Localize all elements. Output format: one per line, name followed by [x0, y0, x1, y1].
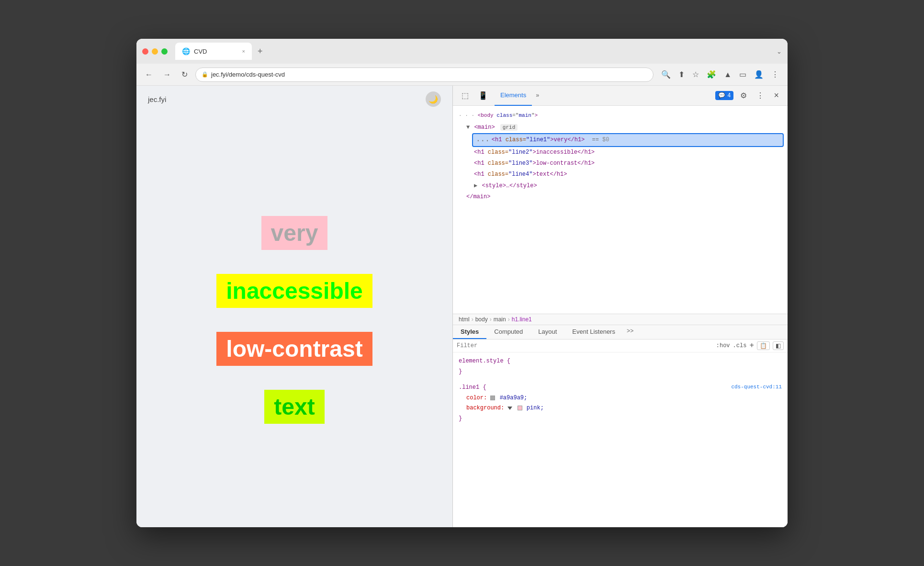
url-text: jec.fyi/demo/cds-quest-cvd: [211, 71, 285, 78]
share-icon[interactable]: ⬆: [676, 68, 687, 81]
breadcrumb-h1-line1[interactable]: h1.line1: [512, 316, 532, 323]
breadcrumb-bar: html › body › main › h1.line1: [453, 314, 788, 325]
title-bar: 🌐 CVD × + ⌄: [136, 39, 788, 64]
device-toolbar-button[interactable]: 📱: [475, 89, 491, 102]
dark-mode-button[interactable]: 🌙: [426, 91, 441, 107]
styles-panel: Styles Computed Layout Event Listeners >…: [453, 325, 788, 527]
line1-selector: .line1 { cds-quest-cvd:11: [459, 383, 782, 393]
new-tab-button[interactable]: +: [254, 46, 267, 57]
device-icon: 📱: [478, 91, 488, 100]
breadcrumb-html[interactable]: html: [459, 316, 470, 323]
page-header: jec.fyi 🌙: [136, 86, 452, 113]
element-style-selector: element.style {: [459, 356, 782, 367]
element-h1-line3[interactable]: <h1 class="line3">low-contrast</h1>: [472, 158, 784, 169]
extension-icon[interactable]: 🧩: [704, 68, 719, 81]
low-contrast-label: low-contrast: [216, 332, 372, 366]
background-swatch[interactable]: [518, 406, 522, 410]
devtools-tab-bar: Elements »: [495, 86, 711, 106]
text-label: text: [264, 390, 324, 424]
devtools-settings-button[interactable]: ⚙: [737, 89, 750, 102]
css-source-link[interactable]: cds-quest-cvd:11: [731, 383, 782, 392]
address-bar[interactable]: 🔒 jec.fyi/demo/cds-quest-cvd: [195, 68, 654, 82]
demo-text-text: text: [264, 390, 324, 424]
tab-favicon-icon: 🌐: [182, 47, 190, 55]
filter-toggle-button[interactable]: ◧: [773, 341, 784, 350]
element-style[interactable]: ▶ <style>…</style>: [472, 181, 784, 192]
element-h1-line2[interactable]: <h1 class="line2">inaccessible</h1>: [472, 147, 784, 158]
elements-panel: · · · <body class="main"> ▼ <main> grid …: [453, 106, 788, 314]
elements-tree: · · · <body class="main"> ▼ <main> grid …: [453, 109, 788, 204]
profile-icon[interactable]: 👤: [751, 68, 766, 81]
filter-add-button[interactable]: +: [749, 341, 754, 350]
filter-bar: :hov .cls + 📋 ◧: [453, 340, 788, 352]
breadcrumb-body[interactable]: body: [475, 316, 488, 323]
inspect-element-button[interactable]: ⬚: [459, 89, 472, 102]
tab-title: CVD: [194, 48, 238, 55]
cursor-icon: ⬚: [462, 91, 469, 100]
minimize-button[interactable]: [152, 48, 158, 55]
content-area: jec.fyi 🌙 very inaccessible low-contrast…: [136, 86, 788, 527]
browser-window: 🌐 CVD × + ⌄ ← → ↻ 🔒 jec.fyi/demo/cds-que…: [136, 39, 788, 527]
color-swatch[interactable]: [490, 396, 495, 400]
reload-button[interactable]: ↻: [179, 68, 191, 81]
demo-low-contrast-text: low-contrast: [216, 332, 372, 366]
element-main-line[interactable]: ▼ <main> grid: [464, 122, 784, 133]
styles-filter-input[interactable]: [457, 342, 712, 349]
close-button[interactable]: [142, 48, 148, 55]
styles-tabs: Styles Computed Layout Event Listeners >…: [453, 325, 788, 340]
devtools-panel: ⬚ 📱 Elements » 💬 4 ⚙ ⋮: [452, 86, 788, 527]
nav-actions: 🔍 ⬆ ☆ 🧩 ▲ ▭ 👤 ⋮: [658, 68, 782, 81]
tab-computed[interactable]: Computed: [486, 325, 530, 339]
moon-icon: 🌙: [428, 95, 438, 104]
element-h1-line1[interactable]: ··· <h1 class="line1">very</h1> == $0: [472, 133, 784, 147]
more-devtools-tabs[interactable]: »: [532, 92, 543, 99]
tab-bar: 🌐 CVD × + ⌄: [175, 43, 782, 60]
filter-hov-label[interactable]: :hov: [716, 342, 730, 349]
traffic-lights: [142, 48, 168, 55]
notification-badge[interactable]: 💬 4: [715, 91, 733, 100]
demo-inaccessible-text: inaccessible: [216, 274, 372, 308]
background-expand-triangle[interactable]: [507, 407, 512, 410]
filter-actions: :hov .cls + 📋 ◧: [716, 341, 784, 350]
active-tab[interactable]: 🌐 CVD ×: [175, 43, 252, 60]
devtools-more-button[interactable]: ⋮: [754, 89, 767, 102]
bookmark-icon[interactable]: ☆: [689, 68, 702, 81]
devtools-close-button[interactable]: ×: [771, 89, 782, 102]
devtools-right-buttons: 💬 4 ⚙ ⋮ ×: [715, 89, 782, 102]
css-color-prop: color: #a9a9a9;: [466, 393, 782, 404]
element-style-close: }: [459, 367, 782, 377]
devtools-toolbar: ⬚ 📱 Elements » 💬 4 ⚙ ⋮: [453, 86, 788, 106]
maximize-button[interactable]: [161, 48, 168, 55]
css-background-prop: background: pink;: [466, 403, 782, 414]
demo-very-text: very: [261, 216, 328, 250]
forward-button[interactable]: →: [160, 68, 174, 81]
element-body-line[interactable]: · · · <body class="main">: [457, 111, 784, 121]
tab-event-listeners[interactable]: Event Listeners: [564, 325, 623, 339]
styles-content: element.style { } .line1 { cds-quest-cvd…: [453, 352, 788, 527]
menu-icon[interactable]: ⋮: [768, 68, 782, 81]
tab-close-icon[interactable]: ×: [242, 48, 245, 54]
tab-elements[interactable]: Elements: [495, 86, 532, 106]
element-style-block: element.style { }: [459, 356, 782, 377]
line1-css-block: .line1 { cds-quest-cvd:11 color: #a9a9a9…: [459, 383, 782, 424]
filter-copy-button[interactable]: 📋: [757, 341, 770, 350]
demo-content: very inaccessible low-contrast text: [136, 113, 452, 527]
page-content: jec.fyi 🌙 very inaccessible low-contrast…: [136, 86, 452, 527]
site-name: jec.fyi: [148, 95, 166, 103]
more-styles-tabs[interactable]: >>: [623, 325, 637, 339]
inaccessible-label: inaccessible: [216, 274, 372, 308]
nav-bar: ← → ↻ 🔒 jec.fyi/demo/cds-quest-cvd 🔍 ⬆ ☆…: [136, 64, 788, 86]
element-h1-line4[interactable]: <h1 class="line4">text</h1>: [472, 169, 784, 180]
search-icon[interactable]: 🔍: [658, 68, 674, 81]
tab-list-button[interactable]: ⌄: [777, 48, 782, 55]
element-main-close[interactable]: </main>: [464, 192, 784, 203]
tab-layout[interactable]: Layout: [530, 325, 564, 339]
sidebar-icon[interactable]: ▭: [736, 68, 749, 81]
filter-cls-label[interactable]: .cls: [733, 342, 747, 349]
tab-styles[interactable]: Styles: [453, 325, 486, 339]
back-button[interactable]: ←: [142, 68, 156, 81]
lock-icon: 🔒: [202, 71, 208, 78]
breadcrumb-main[interactable]: main: [494, 316, 506, 323]
extension2-icon[interactable]: ▲: [721, 68, 734, 81]
line1-close: }: [459, 414, 782, 424]
